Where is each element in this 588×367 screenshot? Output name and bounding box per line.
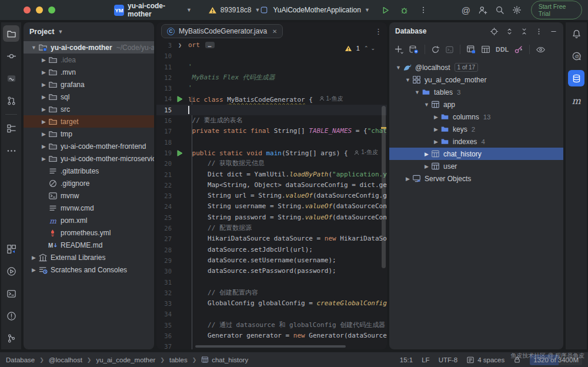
ai-assistant-icon[interactable]: @ (459, 2, 473, 18)
chevron-right-icon[interactable]: ▶ (422, 164, 431, 169)
tree-item-scratchesandconsoles[interactable]: ▶Scratches and Consoles (24, 263, 154, 276)
breadcrumb-database[interactable]: Database (6, 356, 35, 363)
tree-item-pom.xml[interactable]: mpom.xml (24, 214, 154, 226)
breadcrumb-yu_ai_code_mother[interactable]: yu_ai_code_mother (96, 356, 155, 363)
chevron-right-icon[interactable]: ▶ (403, 176, 412, 182)
tree-item-grafana[interactable]: ▶grafana (24, 78, 154, 91)
tree-item-src[interactable]: ▶src (24, 103, 154, 115)
code-editor[interactable]: 1 ⌃⌄ 3❯ort …1011'12 MyBatis Flex 代码生成器13… (156, 40, 387, 349)
vertical-scrollbar[interactable] (382, 106, 386, 268)
pull-requests-icon[interactable] (3, 92, 19, 109)
view-options-eye-icon[interactable] (536, 45, 546, 55)
services-icon[interactable] (3, 241, 19, 257)
memory-indicator[interactable]: 1320 of 3400M (530, 355, 582, 365)
tree-item-externallibraries[interactable]: ▶External Libraries (24, 251, 154, 263)
chevron-down-icon[interactable]: ▼ (413, 89, 422, 95)
tree-item-mvnw[interactable]: mvnw (24, 189, 154, 202)
more-icon[interactable] (3, 142, 19, 159)
breadcrumb-chat_history[interactable]: chat_history (201, 356, 248, 363)
new-item-button[interactable] (394, 45, 403, 54)
terminal-icon[interactable] (3, 285, 19, 302)
search-icon[interactable] (493, 2, 507, 18)
tree-item-yu-ai-code-mother[interactable]: ▼yu-ai-code-mother~/Code/yu-ai-coc (24, 41, 154, 54)
settings-gear-icon[interactable] (510, 2, 524, 18)
editor-options-kebab-icon[interactable]: ⋮ (375, 27, 382, 36)
inspections-widget[interactable]: 1 ⌃⌄ (345, 43, 377, 54)
table-editor-icon[interactable] (466, 45, 476, 54)
tree-item-tables[interactable]: ▼tables3 (389, 86, 563, 98)
breadcrumb-@localhost[interactable]: @localhost (49, 356, 82, 363)
tree-item-@localhost[interactable]: ▼@localhost1 of 17 (389, 61, 563, 74)
hide-panel-icon[interactable] (550, 28, 557, 35)
horizontal-scrollbar[interactable] (195, 345, 346, 348)
line-separator-widget[interactable]: LF (422, 356, 429, 363)
tree-item-serverobjects[interactable]: ▶Server Objects (389, 172, 563, 185)
tree-item-target[interactable]: ▶target (24, 115, 154, 128)
chevron-right-icon[interactable]: ▶ (432, 114, 440, 120)
encoding-widget[interactable]: UTF-8 (439, 356, 458, 363)
chevron-down-icon[interactable]: ▼ (58, 29, 63, 35)
tree-item-keys[interactable]: ▶keys2 (389, 123, 563, 135)
chevron-right-icon[interactable]: ▶ (39, 82, 48, 88)
minimize-window-button[interactable] (36, 6, 43, 14)
chevron-right-icon[interactable]: ▶ (29, 255, 38, 261)
tree-item-.gitattributes[interactable]: .gitattributes (24, 165, 154, 177)
close-window-button[interactable] (24, 6, 31, 14)
chevron-down-icon[interactable]: ▼ (403, 77, 412, 83)
tree-item-.gitignore[interactable]: .gitignore (24, 177, 154, 189)
data-grid-icon[interactable] (481, 45, 490, 54)
add-user-icon[interactable] (476, 2, 490, 18)
vcs-widget[interactable]: 893918c8 ▼ (208, 6, 260, 15)
tree-item-columns[interactable]: ▶columns13 (389, 111, 563, 123)
locate-icon[interactable] (490, 27, 499, 36)
structure-icon[interactable] (3, 120, 19, 136)
commit-icon[interactable] (3, 48, 19, 64)
chevron-right-icon[interactable]: ▶ (39, 119, 48, 125)
run-config-selector[interactable]: YuAiCodeMotherApplication (273, 6, 360, 14)
expand-icon[interactable] (506, 28, 513, 35)
plugin-icon[interactable] (3, 70, 19, 86)
chevron-right-icon[interactable]: ▶ (39, 131, 48, 137)
project-folder-icon[interactable] (3, 25, 19, 42)
caret-position-widget[interactable]: 15:1 (400, 356, 413, 363)
chevron-right-icon[interactable]: ▶ (39, 69, 48, 75)
editor-tab-mybatiscodegenerator[interactable]: C MyBatisCodeGenerator.java ✕ (161, 24, 283, 38)
tree-item-yu-ai-code-mother-microservice[interactable]: ▶yu-ai-code-mother-microservice (24, 152, 154, 165)
author-inlay-hint[interactable]: 1-鱼皮 (354, 147, 378, 158)
run-gutter-icon[interactable] (174, 96, 186, 102)
fold-arrow-icon[interactable]: ❯ (174, 40, 186, 51)
close-tab-icon[interactable]: ✕ (272, 28, 277, 35)
tree-item-prometheus.yml[interactable]: prometheus.yml (24, 226, 154, 239)
chevron-right-icon[interactable]: ▶ (29, 267, 38, 273)
chevron-down-icon[interactable]: ▼ (394, 65, 403, 71)
version-control-icon[interactable] (3, 330, 19, 346)
project-widget[interactable]: YM yu-ai-code-mother ▼ (114, 2, 192, 18)
folded-region-badge[interactable]: … (205, 42, 215, 48)
tree-item-indexes[interactable]: ▶indexes4 (389, 135, 563, 148)
options-kebab-icon[interactable] (535, 28, 543, 35)
tree-item-sql[interactable]: ▶sql (24, 91, 154, 103)
tree-item-yu-ai-code-mother-frontend[interactable]: ▶yu-ai-code-mother-frontend (24, 140, 154, 152)
maven-icon[interactable]: m (568, 92, 584, 109)
prev-next-warning-icons[interactable]: ⌃⌄ (364, 43, 377, 54)
chevron-right-icon[interactable]: ▶ (39, 144, 48, 149)
tree-item-.idea[interactable]: ▶.idea (24, 54, 154, 66)
more-actions-kebab-icon[interactable] (416, 2, 431, 18)
tree-item-readme.md[interactable]: MREADME.md (24, 239, 154, 251)
run-button[interactable] (378, 2, 393, 18)
notifications-icon[interactable] (568, 25, 584, 42)
lock-icon[interactable] (513, 356, 521, 363)
chevron-right-icon[interactable]: ▶ (432, 139, 440, 145)
chevron-down-icon[interactable]: ▼ (29, 45, 38, 51)
indent-widget[interactable]: 4 spaces (466, 356, 505, 364)
chevron-down-icon[interactable]: ▼ (422, 102, 431, 108)
tree-item-yu_ai_code_mother[interactable]: ▼yu_ai_code_mother (389, 74, 563, 86)
ddl-button[interactable]: DDL (496, 46, 509, 53)
tree-item-user[interactable]: ▶user (389, 160, 563, 172)
chevron-right-icon[interactable]: ▶ (432, 126, 440, 132)
author-inlay-hint[interactable]: 1-鱼皮 (319, 94, 343, 104)
refresh-icon[interactable] (431, 45, 440, 54)
run-gutter-icon[interactable] (174, 150, 186, 156)
data-source-properties-button[interactable] (409, 45, 419, 55)
chevron-right-icon[interactable]: ▶ (422, 151, 431, 157)
